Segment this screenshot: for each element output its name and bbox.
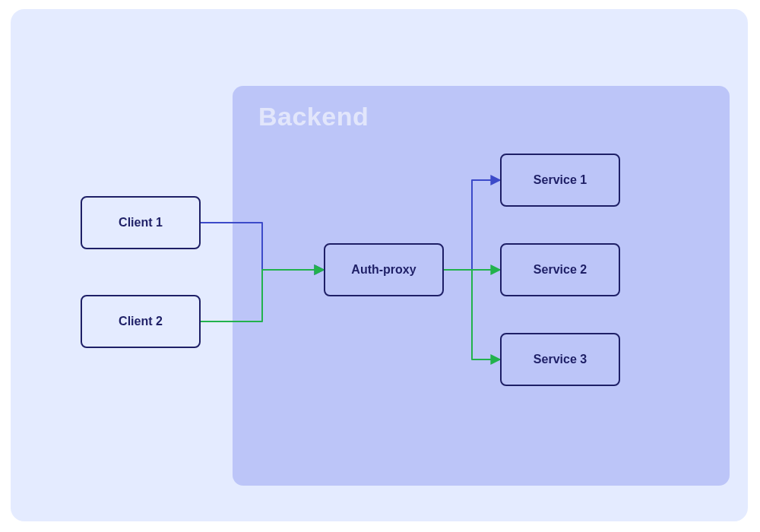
node-label: Client 2 xyxy=(119,315,163,328)
node-label: Service 3 xyxy=(534,353,587,366)
backend-panel xyxy=(233,86,730,486)
node-label: Service 2 xyxy=(534,263,587,277)
node-label: Service 1 xyxy=(534,173,587,187)
node-label: Auth-proxy xyxy=(351,263,416,277)
node-service-2: Service 2 xyxy=(500,243,620,296)
node-service-1: Service 1 xyxy=(500,154,620,207)
backend-title: Backend xyxy=(258,102,369,131)
node-client-1: Client 1 xyxy=(81,196,201,249)
node-client-2: Client 2 xyxy=(81,295,201,348)
node-service-3: Service 3 xyxy=(500,333,620,386)
diagram-canvas: Backend Client 1 Client 2 Auth-proxy Ser… xyxy=(0,0,760,532)
node-label: Client 1 xyxy=(119,216,163,230)
node-auth-proxy: Auth-proxy xyxy=(324,243,444,296)
